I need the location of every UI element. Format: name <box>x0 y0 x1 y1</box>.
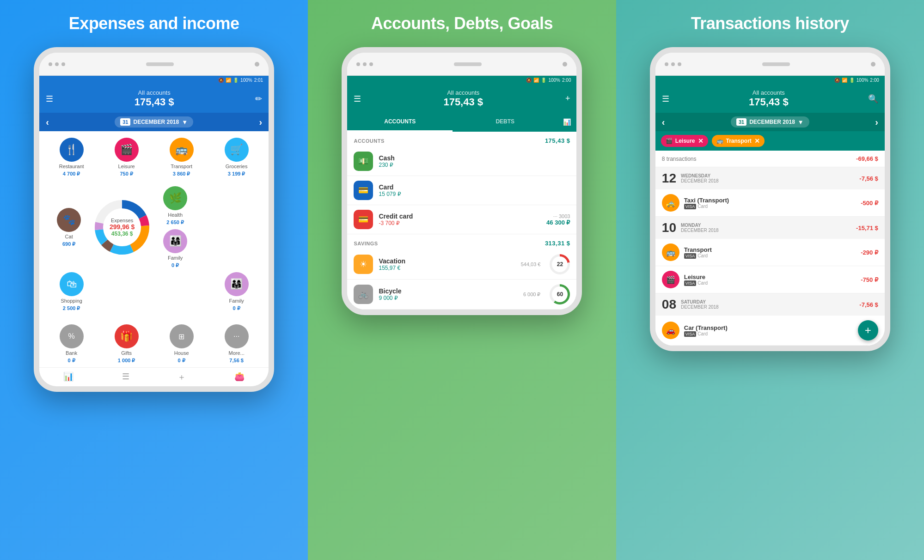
nav-add[interactable]: ＋ <box>177 371 186 383</box>
date-group-left-08: 08 SATURDAY DECEMBER 2018 <box>662 297 719 312</box>
accounts-label: ACCOUNTS <box>354 138 384 144</box>
car-account: Card <box>698 331 708 336</box>
vacation-name: Vacation <box>379 257 515 265</box>
phone-top-3 <box>655 53 885 76</box>
cat-more[interactable]: ··· More... 7,56 $ <box>216 324 257 364</box>
weekday-12: WEDNESDAY <box>681 173 719 178</box>
savings-section-header: SAVINGS 313,31 $ <box>347 234 576 250</box>
dot <box>363 62 367 66</box>
wifi-icon-3: 📶 <box>842 78 847 83</box>
taxi-info: Taxi (Transport) VISA Card <box>684 197 856 209</box>
filter-transport[interactable]: 🚌 Transport ✕ <box>712 135 765 147</box>
cat-transport-amount: 3 860 ₽ <box>173 171 190 177</box>
date-chip-3[interactable]: 31 DECEMBER 2018 ▼ <box>731 116 809 128</box>
wifi-icon-2: 📶 <box>533 78 539 83</box>
vacation-balance: 155,97 € <box>379 265 515 271</box>
header-amount-2: 175,43 $ <box>443 96 483 108</box>
cat-leisure[interactable]: 🎬 Leisure 750 ₽ <box>106 138 147 177</box>
savings-total: 313,31 $ <box>545 240 570 247</box>
fab-button[interactable]: + <box>858 320 878 341</box>
saving-bicycle[interactable]: 🚲 Bicycle 9 000 ₽ 6 000 ₽ 60 <box>347 280 576 310</box>
cat-family-label: Family <box>168 255 183 261</box>
prev-month-button[interactable]: ‹ <box>46 117 49 128</box>
cat-gifts-label: Gifts <box>121 350 132 356</box>
menu-icon[interactable]: ☰ <box>46 94 53 104</box>
remove-transport-filter[interactable]: ✕ <box>754 137 760 145</box>
cat-bank-label: Bank <box>66 350 77 356</box>
date-month-3: DECEMBER 2018 <box>749 119 795 125</box>
chart-icon: 📊 <box>63 371 73 382</box>
prev-month-button-3[interactable]: ‹ <box>662 117 665 128</box>
vacation-target: 544,03 € <box>521 262 541 267</box>
account-credit[interactable]: 💳 Credit card -3 700 ₽ ··· 3003 46 300 ₽ <box>347 205 576 234</box>
taxi-account: Card <box>698 204 708 209</box>
remove-leisure-filter[interactable]: ✕ <box>698 137 704 145</box>
nav-accounts[interactable]: 👛 <box>234 371 245 383</box>
cat-row-1: 🍴 Restaurant 4 700 ₽ 🎬 Leisure 750 ₽ 🚌 T… <box>44 138 264 177</box>
spacer2 <box>161 272 202 311</box>
cat-leisure-label: Leisure <box>118 164 135 169</box>
trans-car-left: 🚗 Car (Transport) VISA Card <box>662 322 728 339</box>
leisure-amount: -750 ₽ <box>861 276 878 283</box>
cat-family[interactable]: 👨‍👩‍👧 Family 0 ₽ <box>157 229 194 268</box>
bottom-nav-1: 📊 ☰ ＋ 👛 <box>39 367 269 386</box>
cat-house[interactable]: ⊞ House 0 ₽ <box>161 324 202 364</box>
cat-restaurant[interactable]: 🍴 Restaurant 4 700 ₽ <box>51 138 92 177</box>
date-day: 31 <box>120 118 130 126</box>
edit-icon[interactable]: ✏ <box>255 94 262 104</box>
nav-chart[interactable]: 📊 <box>63 371 73 383</box>
chart-icon-tab[interactable]: 📊 <box>557 113 576 132</box>
cat-row-shopping: 🛍 Shopping 2 500 ₽ 👨‍👩‍👧 Family 0 ₽ <box>44 272 264 311</box>
trans-leisure[interactable]: 🎬 Leisure VISA Card -750 ₽ <box>655 266 885 293</box>
menu-icon-3[interactable]: ☰ <box>662 94 669 104</box>
add-icon-2[interactable]: + <box>565 94 570 103</box>
cat-cat[interactable]: 🐾 Cat 690 ₽ <box>50 208 87 247</box>
card-icon-taxi: VISA <box>684 204 697 209</box>
date-group-left-10: 10 MONDAY DECEMBER 2018 <box>662 220 719 235</box>
next-month-button-3[interactable]: › <box>875 117 878 128</box>
date-chip[interactable]: 31 DECEMBER 2018 ▼ <box>115 116 193 128</box>
trans-transport[interactable]: 🚌 Transport VISA Card -290 ₽ <box>655 239 885 266</box>
gifts-icon: 🎁 <box>115 324 139 348</box>
trans-total: -69,66 $ <box>856 155 878 162</box>
date-month: DECEMBER 2018 <box>133 119 179 125</box>
tab-accounts[interactable]: ACCOUNTS <box>347 113 453 132</box>
list-icon: ☰ <box>122 371 129 382</box>
cat-restaurant-label: Restaurant <box>59 164 84 169</box>
donut-income: 453,36 $ <box>110 231 135 237</box>
cat-gifts[interactable]: 🎁 Gifts 1 000 ₽ <box>106 324 147 364</box>
account-cash[interactable]: 💵 Cash 230 ₽ <box>347 147 576 176</box>
nav-list[interactable]: ☰ <box>122 371 129 383</box>
more-cats: % Bank 0 ₽ 🎁 Gifts 1 000 ₽ ⊞ House 0 ₽ ·… <box>39 321 269 367</box>
search-icon[interactable]: 🔍 <box>868 94 878 104</box>
cat-groceries[interactable]: 🛒 Groceries 3 199 ₽ <box>216 138 257 177</box>
date-amount-10: -15,71 $ <box>856 225 878 231</box>
tab-debts[interactable]: DEBTS <box>453 113 558 132</box>
saving-vacation[interactable]: ☀ Vacation 155,97 € 544,03 € 22 <box>347 250 576 280</box>
trans-taxi[interactable]: 🚕 Taxi (Transport) VISA Card -500 ₽ <box>655 189 885 217</box>
date-nav-3: ‹ 31 DECEMBER 2018 ▼ › <box>655 113 885 131</box>
trans-car[interactable]: 🚗 Car (Transport) VISA Card + <box>655 316 885 346</box>
cat-transport[interactable]: 🚌 Transport 3 860 ₽ <box>161 138 202 177</box>
filter-leisure[interactable]: 🎬 Leisure ✕ <box>661 135 708 147</box>
vacation-icon: ☀ <box>354 255 373 274</box>
menu-icon-2[interactable]: ☰ <box>354 94 361 104</box>
battery-text-3: 100% <box>857 78 869 83</box>
family-icon: 👨‍👩‍👧 <box>163 229 187 253</box>
header-top-3: ☰ All accounts 175,43 $ 🔍 <box>662 89 878 108</box>
cat-more-label: More... <box>229 350 245 356</box>
cat-health[interactable]: 🌿 Health 2 650 ₽ <box>157 186 194 225</box>
cat-cat-amount: 690 ₽ <box>62 241 75 247</box>
credit-balance: -3 700 ₽ <box>379 220 541 226</box>
cat-gifts-amount: 1 000 ₽ <box>118 358 135 364</box>
card-icon-transport: VISA <box>684 253 697 259</box>
cat-shopping[interactable]: 🛍 Shopping 2 500 ₽ <box>51 272 92 311</box>
bicycle-name: Bicycle <box>379 287 517 295</box>
dot <box>678 62 681 66</box>
mute-icon-2: 🔕 <box>526 78 532 83</box>
cat-bank[interactable]: % Bank 0 ₽ <box>51 324 92 364</box>
car-icon: 🚗 <box>662 322 679 339</box>
cat-family2[interactable]: 👨‍👩‍👧 Family 0 ₽ <box>216 272 257 311</box>
account-card[interactable]: 💳 Card 15 079 ₽ <box>347 176 576 205</box>
next-month-button[interactable]: › <box>259 117 262 128</box>
